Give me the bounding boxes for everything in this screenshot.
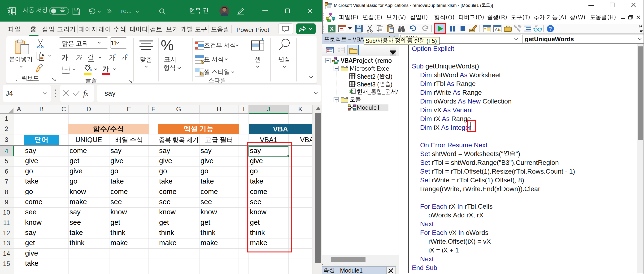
svg-text:?: ?	[549, 26, 552, 32]
svg-text:A: A	[495, 27, 498, 32]
svg-text:X: X	[330, 26, 334, 32]
svg-text:X: X	[8, 9, 10, 14]
